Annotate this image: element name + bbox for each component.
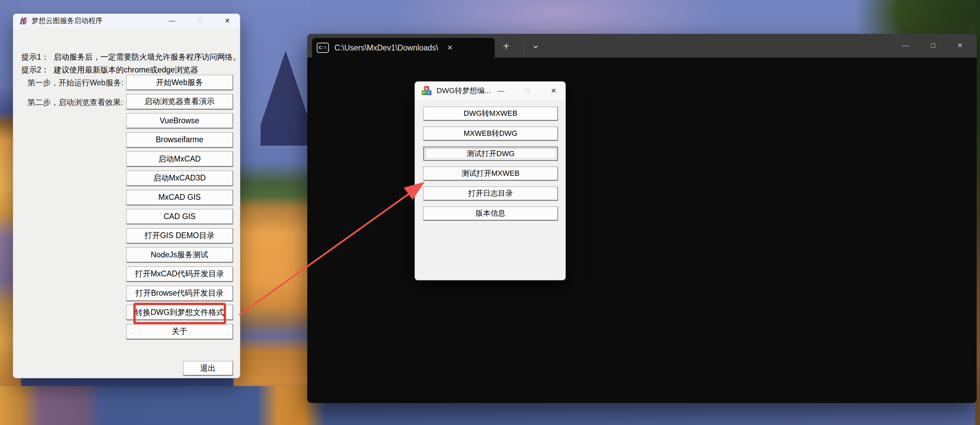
launcher-button[interactable]: 启动MxCAD — [126, 151, 233, 167]
hint-1-label: 提示1： — [21, 53, 49, 61]
exit-button[interactable]: 退出 — [183, 361, 233, 376]
dialog-button[interactable]: 打开日志目录 — [423, 187, 558, 201]
step-2-label: 第二步，启动浏览查看效果: — [27, 97, 123, 108]
cmd-icon: C:\ — [317, 43, 329, 53]
dwg-dialog-window: M F C DWG转梦想编... — ✕ DWG转MXWEBMXWEB转DWG测… — [415, 81, 566, 280]
dialog-button[interactable]: DWG转MXWEB — [423, 107, 558, 121]
dialog-titlebar[interactable]: M F C DWG转梦想编... — ✕ — [415, 81, 565, 100]
terminal-minimize-button[interactable]: — — [898, 38, 914, 52]
hint-1-text: 启动服务后，一定需要防火墙允许服务程序访问网络。 — [54, 53, 240, 61]
launcher-button[interactable]: 打开GIS DEMO目录 — [126, 228, 233, 244]
terminal-tab-title: C:\Users\MxDev1\Downloads\ — [334, 43, 438, 53]
launcher-button[interactable]: VueBrowse — [126, 113, 233, 129]
mfc-app-icon: M F C — [422, 86, 432, 96]
launcher-window: 梦想云图服务启动程序 — ✕ 提示1：启动服务后，一定需要防火墙允许服务程序访问… — [13, 14, 240, 378]
launcher-button[interactable]: Browseifarme — [126, 133, 233, 148]
hint-2-label: 提示2： — [21, 66, 49, 74]
desktop: 梦想云图服务启动程序 — ✕ 提示1：启动服务后，一定需要防火墙允许服务程序访问… — [0, 0, 980, 425]
launcher-button-column: 开始Web服务启动浏览器查看演示VueBrowseBrowseifarme启动M… — [126, 75, 233, 340]
dialog-button-column: DWG转MXWEBMXWEB转DWG测试打开DWG测试打开MXWEB打开日志目录… — [423, 107, 558, 221]
hint-1: 提示1：启动服务后，一定需要防火墙允许服务程序访问网络。 — [21, 52, 240, 62]
dialog-window-title: DWG转梦想编... — [436, 86, 491, 96]
launcher-button[interactable]: 打开Browse代码开发目录 — [126, 286, 233, 301]
launcher-button[interactable]: 启动浏览器查看演示 — [126, 94, 233, 110]
terminal-window: C:\ C:\Users\MxDev1\Downloads\ ✕ + ⌄ — ✕ — [307, 34, 977, 403]
chevron-down-icon[interactable]: ⌄ — [531, 38, 540, 50]
launcher-button[interactable]: NodeJs服务测试 — [126, 247, 233, 263]
hint-2: 提示2：建议使用最新版本的chrome或edge浏览器 — [21, 65, 198, 75]
dialog-button[interactable]: 测试打开DWG — [423, 147, 558, 161]
close-button[interactable]: ✕ — [220, 15, 235, 26]
step-1-label: 第一步，开始运行Web服务: — [27, 78, 123, 88]
mxdraw-logo-icon — [19, 17, 27, 24]
launcher-button[interactable]: 打开MxCAD代码开发目录 — [126, 267, 233, 282]
dialog-button[interactable]: MXWEB转DWG — [423, 127, 558, 141]
launcher-window-title: 梦想云图服务启动程序 — [32, 16, 103, 26]
minimize-button[interactable]: — — [164, 15, 180, 26]
terminal-maximize-button[interactable] — [925, 38, 941, 52]
mfc-cube-c: C — [426, 90, 431, 95]
launcher-button[interactable]: 关于 — [126, 324, 233, 340]
launcher-button[interactable]: MxCAD GIS — [126, 190, 233, 206]
terminal-close-button[interactable]: ✕ — [952, 38, 968, 52]
launcher-button[interactable]: 开始Web服务 — [126, 75, 233, 90]
tabbar-divider — [524, 41, 524, 54]
terminal-tab[interactable]: C:\ C:\Users\MxDev1\Downloads\ ✕ — [312, 38, 495, 58]
launcher-titlebar[interactable]: 梦想云图服务启动程序 — ✕ — [13, 14, 240, 27]
wallpaper-castle-middle — [234, 0, 311, 425]
launcher-button[interactable]: 启动MxCAD3D — [126, 171, 233, 186]
dialog-minimize-button[interactable]: — — [493, 85, 509, 96]
new-tab-button[interactable]: + — [503, 40, 510, 51]
launcher-button[interactable]: 转换DWG到梦想文件格式 — [126, 305, 233, 320]
tab-close-icon[interactable]: ✕ — [447, 44, 453, 52]
maximize-icon — [197, 19, 202, 23]
terminal-titlebar[interactable]: C:\ C:\Users\MxDev1\Downloads\ ✕ + ⌄ — ✕ — [307, 34, 977, 58]
mfc-cube-f: F — [422, 90, 427, 95]
terminal-maximize-icon — [931, 43, 935, 48]
dialog-maximize-icon — [525, 89, 530, 93]
dialog-button[interactable]: 测试打开MXWEB — [423, 167, 558, 181]
maximize-button[interactable] — [192, 15, 207, 26]
hint-2-text: 建议使用最新版本的chrome或edge浏览器 — [54, 66, 198, 74]
dialog-close-button[interactable]: ✕ — [546, 85, 562, 96]
dialog-maximize-button[interactable] — [519, 85, 535, 96]
launcher-button[interactable]: CAD GIS — [126, 209, 233, 225]
dialog-button[interactable]: 版本信息 — [423, 206, 558, 221]
